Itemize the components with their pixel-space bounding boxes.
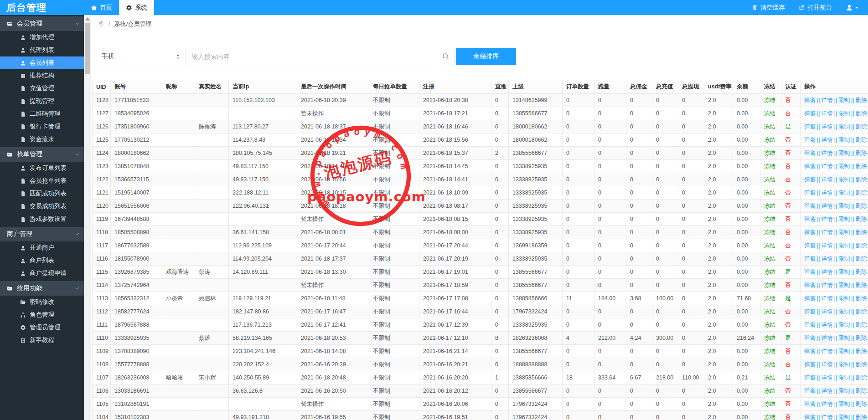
- sidebar-group-header-grab-order-manage[interactable]: 抢单管理: [0, 147, 84, 162]
- action-popup-link[interactable]: 弹窗: [804, 295, 816, 302]
- tab-system[interactable]: 系统: [119, 0, 154, 15]
- action-details-link[interactable]: 详情: [822, 269, 833, 275]
- action-delete-link[interactable]: 删除: [856, 361, 867, 368]
- action-details-link[interactable]: 详情: [822, 322, 833, 328]
- action-limit-link[interactable]: 限制: [838, 414, 850, 420]
- action-popup-link[interactable]: 弹窗: [804, 150, 816, 156]
- action-popup-link[interactable]: 弹窗: [804, 322, 816, 328]
- action-delete-link[interactable]: 删除: [856, 150, 867, 156]
- sidebar-item-role-manage[interactable]: 角色管理: [0, 308, 84, 321]
- action-limit-link[interactable]: 限制: [838, 216, 850, 222]
- sidebar-item-add-agent[interactable]: 增加代理: [0, 31, 84, 44]
- action-details-link[interactable]: 详情: [822, 123, 833, 130]
- balance-sort-button[interactable]: 余额排序: [456, 48, 516, 65]
- freeze-link[interactable]: 冻结: [764, 269, 775, 275]
- action-limit-link[interactable]: 限制: [838, 229, 850, 236]
- action-popup-link[interactable]: 弹窗: [804, 388, 816, 394]
- search-button[interactable]: [437, 48, 455, 65]
- freeze-link[interactable]: 冻结: [764, 295, 775, 302]
- action-limit-link[interactable]: 限制: [838, 282, 850, 288]
- action-delete-link[interactable]: 删除: [856, 348, 867, 354]
- action-delete-link[interactable]: 删除: [856, 137, 867, 143]
- action-details-link[interactable]: 详情: [822, 97, 833, 103]
- action-delete-link[interactable]: 删除: [856, 374, 867, 381]
- action-details-link[interactable]: 详情: [822, 335, 833, 341]
- action-popup-link[interactable]: 弹窗: [804, 414, 816, 420]
- action-popup-link[interactable]: 弹窗: [804, 216, 816, 222]
- sidebar-item-trade-success-list[interactable]: 交易成功列表: [0, 200, 84, 213]
- freeze-link[interactable]: 冻结: [764, 414, 775, 420]
- action-limit-link[interactable]: 限制: [838, 269, 850, 275]
- action-popup-link[interactable]: 弹窗: [804, 110, 816, 117]
- action-popup-link[interactable]: 弹窗: [804, 176, 816, 183]
- sidebar-group-header-merchant-manage[interactable]: 商户管理: [0, 227, 84, 241]
- action-delete-link[interactable]: 删除: [856, 163, 867, 169]
- freeze-link[interactable]: 冻结: [764, 282, 775, 288]
- freeze-link[interactable]: 冻结: [764, 216, 775, 222]
- sidebar-item-member-grab-list[interactable]: 会员抢单列表: [0, 174, 84, 187]
- action-popup-link[interactable]: 弹窗: [804, 229, 816, 236]
- action-popup-link[interactable]: 弹窗: [804, 203, 816, 209]
- sidebar-item-admin-manage[interactable]: 管理员管理: [0, 321, 84, 334]
- action-delete-link[interactable]: 删除: [856, 308, 867, 315]
- action-delete-link[interactable]: 删除: [856, 110, 867, 117]
- action-popup-link[interactable]: 弹窗: [804, 335, 816, 341]
- search-filter-select[interactable]: 手机: [97, 48, 186, 65]
- action-limit-link[interactable]: 限制: [838, 203, 850, 209]
- sidebar-item-withdraw-manage[interactable]: 提现管理: [0, 95, 84, 108]
- action-popup-link[interactable]: 弹窗: [804, 269, 816, 275]
- action-details-link[interactable]: 详情: [822, 110, 833, 117]
- sidebar-item-referral-structure[interactable]: 推荐结构: [0, 69, 84, 82]
- action-details-link[interactable]: 详情: [822, 348, 833, 354]
- action-popup-link[interactable]: 弹窗: [804, 256, 816, 262]
- action-delete-link[interactable]: 删除: [856, 242, 867, 249]
- sidebar-item-bankcard-manage[interactable]: 银行卡管理: [0, 120, 84, 133]
- freeze-link[interactable]: 冻结: [764, 123, 775, 130]
- sidebar-item-game-param-settings[interactable]: 游戏参数设置: [0, 213, 84, 225]
- tab-home[interactable]: 首页: [84, 0, 119, 15]
- action-popup-link[interactable]: 弹窗: [804, 401, 816, 407]
- freeze-link[interactable]: 冻结: [764, 97, 775, 103]
- action-limit-link[interactable]: 限制: [838, 137, 850, 143]
- action-limit-link[interactable]: 限制: [838, 374, 850, 381]
- action-delete-link[interactable]: 删除: [856, 176, 867, 183]
- action-popup-link[interactable]: 弹窗: [804, 361, 816, 368]
- action-delete-link[interactable]: 删除: [856, 256, 867, 262]
- action-limit-link[interactable]: 限制: [838, 97, 850, 103]
- action-details-link[interactable]: 详情: [822, 150, 833, 156]
- freeze-link[interactable]: 冻结: [764, 374, 775, 381]
- freeze-link[interactable]: 冻结: [764, 163, 775, 169]
- freeze-link[interactable]: 冻结: [764, 190, 775, 196]
- action-popup-link[interactable]: 弹窗: [804, 137, 816, 143]
- action-popup-link[interactable]: 弹窗: [804, 123, 816, 130]
- freeze-link[interactable]: 冻结: [764, 110, 775, 117]
- freeze-link[interactable]: 冻结: [764, 388, 775, 394]
- freeze-link[interactable]: 冻结: [764, 137, 775, 143]
- action-delete-link[interactable]: 删除: [856, 388, 867, 394]
- freeze-link[interactable]: 冻结: [764, 229, 775, 236]
- action-details-link[interactable]: 详情: [822, 401, 833, 407]
- sidebar-item-beginner-tutorial[interactable]: 新手教程: [0, 334, 84, 347]
- action-limit-link[interactable]: 限制: [838, 150, 850, 156]
- sidebar-item-password-change[interactable]: 密码修改: [0, 296, 84, 308]
- action-details-link[interactable]: 详情: [822, 229, 833, 236]
- action-delete-link[interactable]: 删除: [856, 282, 867, 288]
- action-details-link[interactable]: 详情: [822, 203, 833, 209]
- action-delete-link[interactable]: 删除: [856, 322, 867, 328]
- user-menu[interactable]: [846, 4, 859, 11]
- freeze-link[interactable]: 冻结: [764, 176, 775, 183]
- sidebar-item-agent-list[interactable]: 代理列表: [0, 44, 84, 56]
- action-details-link[interactable]: 详情: [822, 242, 833, 249]
- action-delete-link[interactable]: 删除: [856, 216, 867, 222]
- action-popup-link[interactable]: 弹窗: [804, 282, 816, 288]
- action-popup-link[interactable]: 弹窗: [804, 190, 816, 196]
- freeze-link[interactable]: 冻结: [764, 203, 775, 209]
- sidebar-group-header-common-functions[interactable]: 统用功能: [0, 281, 84, 296]
- freeze-link[interactable]: 冻结: [764, 150, 775, 156]
- action-limit-link[interactable]: 限制: [838, 242, 850, 249]
- action-popup-link[interactable]: 弹窗: [804, 348, 816, 354]
- action-delete-link[interactable]: 删除: [856, 401, 867, 407]
- action-delete-link[interactable]: 删除: [856, 203, 867, 209]
- sidebar-item-member-list[interactable]: 会员列表: [0, 56, 84, 69]
- action-details-link[interactable]: 详情: [822, 190, 833, 196]
